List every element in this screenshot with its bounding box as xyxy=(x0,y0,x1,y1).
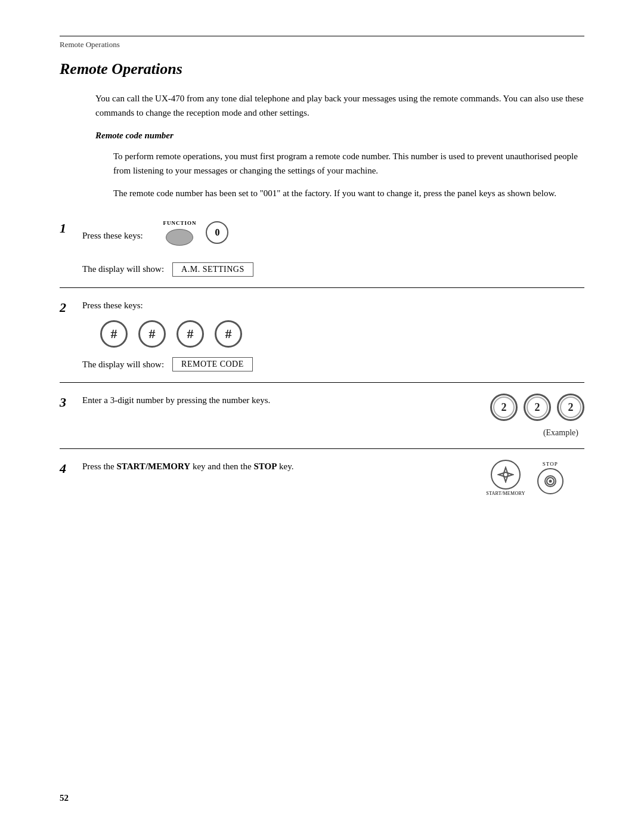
step-3-keys: 2 2 2 xyxy=(490,394,584,421)
step-2: 2 Press these keys: # # # # The display … xyxy=(60,288,584,383)
step-1-content: Press these keys: FUNCTION 0 The display… xyxy=(82,219,584,277)
step-2-display: The display will show: REMOTE CODE xyxy=(82,357,584,371)
display-am-settings: A.M. SETTINGS xyxy=(172,262,253,277)
para1: To perform remote operations, you must f… xyxy=(113,149,584,178)
svg-point-3 xyxy=(549,480,552,483)
hash-key-1: # xyxy=(100,320,128,348)
step-1: 1 Press these keys: FUNCTION 0 The displ… xyxy=(60,209,584,288)
step-2-keys: # # # # xyxy=(100,320,584,348)
stop-icon xyxy=(546,476,555,486)
page: Remote Operations Remote Operations You … xyxy=(0,0,644,833)
step-2-label: Press these keys: xyxy=(82,299,584,312)
step-3: 3 Enter a 3-digit number by pressing the… xyxy=(60,383,584,449)
num-key-1: 2 xyxy=(490,394,518,421)
step-2-content: Press these keys: # # # # The display wi… xyxy=(82,299,584,372)
svg-marker-0 xyxy=(503,467,508,482)
step-1-label: Press these keys: FUNCTION 0 xyxy=(82,219,584,254)
num-key-3: 2 xyxy=(557,394,584,421)
start-icon xyxy=(497,466,514,483)
para2: The remote code number has been set to "… xyxy=(113,186,584,200)
top-rule xyxy=(60,36,584,36)
display-remote-code: REMOTE CODE xyxy=(172,357,253,371)
step-3-number: 3 xyxy=(60,394,82,410)
step-3-content: Enter a 3-digit number by pressing the n… xyxy=(82,394,584,438)
example-label: (Example) xyxy=(543,428,578,438)
num-key-2: 2 xyxy=(524,394,551,421)
step-4-content: Press the START/MEMORY key and then the … xyxy=(82,460,584,497)
section-heading: Remote code number xyxy=(95,131,584,141)
step-3-label: Enter a 3-digit number by pressing the n… xyxy=(82,394,447,407)
svg-marker-1 xyxy=(499,472,513,477)
step-1-display: The display will show: A.M. SETTINGS xyxy=(82,262,584,277)
step-4: 4 Press the START/MEMORY key and then th… xyxy=(60,449,584,507)
hash-key-3: # xyxy=(177,320,204,348)
step-4-label: Press the START/MEMORY key and then the … xyxy=(82,460,447,473)
page-title: Remote Operations xyxy=(60,60,584,78)
hash-key-2: # xyxy=(138,320,166,348)
step-4-number: 4 xyxy=(60,460,82,476)
step-1-number: 1 xyxy=(60,219,82,236)
header-label: Remote Operations xyxy=(60,40,584,49)
function-key: FUNCTION xyxy=(163,219,196,246)
step-2-number: 2 xyxy=(60,299,82,315)
start-memory-key: START/MEMORY xyxy=(486,460,525,497)
page-number: 52 xyxy=(60,793,69,803)
zero-key: 0 xyxy=(206,221,228,244)
hash-key-4: # xyxy=(215,320,242,348)
stop-key: STOP xyxy=(537,461,564,496)
intro-text: You can call the UX-470 from any tone di… xyxy=(95,91,584,120)
